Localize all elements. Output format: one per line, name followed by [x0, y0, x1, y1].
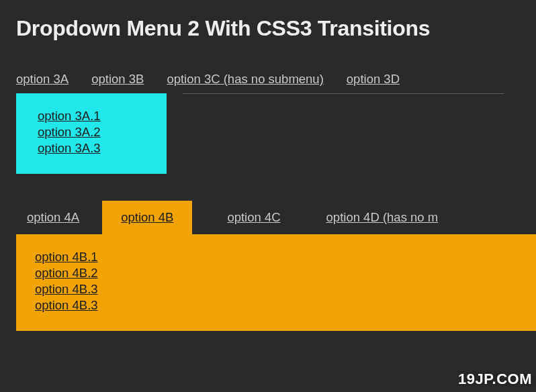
menu-3b[interactable]: option 3B	[91, 72, 144, 87]
menu-3: option 3A option 3B option 3C (has no su…	[0, 65, 536, 174]
menu-3-divider	[183, 93, 504, 94]
menu-4d[interactable]: option 4D (has no m	[316, 201, 449, 234]
menu-3-divider-wrap: option 3A.1 option 3A.2 option 3A.3	[16, 93, 520, 174]
menu-4b[interactable]: option 4B	[102, 201, 192, 234]
menu-4a[interactable]: option 4A	[16, 201, 90, 234]
menu-3c[interactable]: option 3C (has no submenu)	[167, 72, 323, 87]
menu-3d[interactable]: option 3D	[347, 72, 400, 87]
submenu-4b-item-4[interactable]: option 4B.3	[35, 297, 520, 313]
watermark-text: 19JP.COM	[458, 371, 532, 388]
submenu-3a-item-3[interactable]: option 3A.3	[38, 140, 150, 156]
menu-4c[interactable]: option 4C	[216, 201, 291, 234]
menu-3-row: option 3A option 3B option 3C (has no su…	[16, 65, 520, 93]
submenu-3a-item-2[interactable]: option 3A.2	[38, 124, 150, 140]
submenu-3a: option 3A.1 option 3A.2 option 3A.3	[16, 93, 167, 174]
menu-4-row: option 4A option 4B option 4C option 4D …	[16, 198, 536, 234]
submenu-4b: option 4B.1 option 4B.2 option 4B.3 opti…	[16, 234, 536, 331]
submenu-3a-item-1[interactable]: option 3A.1	[38, 108, 150, 124]
submenu-4b-item-3[interactable]: option 4B.3	[35, 281, 520, 297]
submenu-4b-item-2[interactable]: option 4B.2	[35, 265, 520, 281]
menu-4: option 4A option 4B option 4C option 4D …	[0, 198, 536, 331]
page-title: Dropdown Menu 2 With CSS3 Transitions	[0, 0, 536, 41]
menu-3a[interactable]: option 3A	[16, 72, 69, 87]
submenu-4b-item-1[interactable]: option 4B.1	[35, 249, 520, 265]
